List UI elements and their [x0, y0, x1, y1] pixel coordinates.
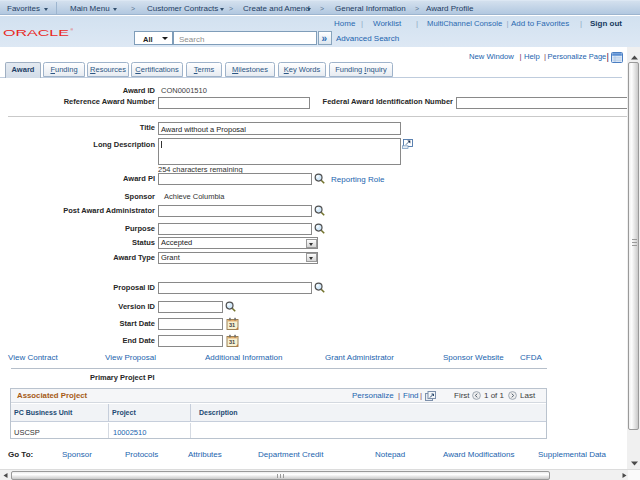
svg-text:31: 31: [229, 322, 235, 328]
svg-text:ORACLE: ORACLE: [3, 27, 70, 37]
svg-text:®: ®: [71, 27, 74, 31]
svg-text:31: 31: [229, 339, 235, 345]
